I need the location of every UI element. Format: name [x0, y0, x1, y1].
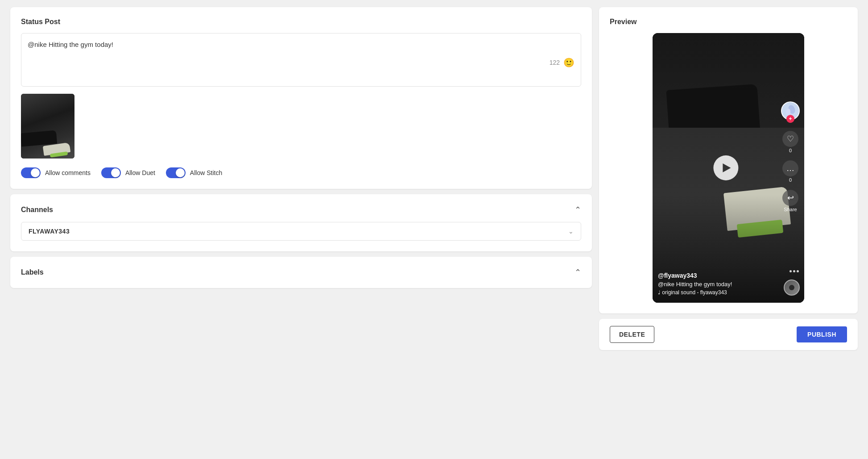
channels-header: Channels ⌃	[21, 205, 581, 215]
toggle-group-stitch: Allow Stitch	[166, 167, 222, 178]
channels-chevron-up-icon[interactable]: ⌃	[575, 205, 581, 215]
tiktok-actions: + ♡ 0 … 0	[781, 101, 800, 212]
toggle-group-duet: Allow Duet	[101, 167, 155, 178]
status-post-title: Status Post	[21, 18, 581, 26]
channels-title: Channels	[21, 206, 53, 214]
post-text-area[interactable]: @nike Hitting the gym today! 122 🙂	[21, 33, 581, 87]
toggle-thumb-stitch	[176, 168, 185, 177]
allow-duet-label: Allow Duet	[125, 169, 155, 176]
tiktok-like-action[interactable]: ♡ 0	[782, 131, 798, 153]
tiktok-background: + ♡ 0 … 0	[653, 33, 804, 303]
delete-button[interactable]: DELETE	[610, 326, 654, 343]
play-icon	[723, 163, 731, 172]
tiktok-follow-plus-icon[interactable]: +	[786, 115, 794, 123]
play-button[interactable]	[713, 155, 738, 180]
char-count: 122	[550, 59, 560, 66]
labels-chevron-up-icon[interactable]: ⌃	[575, 267, 581, 277]
shoe-dark	[21, 130, 57, 147]
tiktok-preview: + ♡ 0 … 0	[653, 33, 804, 303]
tiktok-sound: ♩ original sound - flyaway343	[658, 289, 777, 296]
actions-card: DELETE PUBLISH	[599, 319, 858, 350]
allow-comments-toggle[interactable]	[21, 167, 41, 178]
preview-title: Preview	[610, 18, 847, 26]
tiktok-comment-icon: …	[782, 160, 798, 176]
labels-header: Labels ⌃	[21, 267, 581, 277]
tiktok-avatar-container: +	[781, 101, 800, 120]
tiktok-comment-action[interactable]: … 0	[782, 160, 798, 183]
allow-stitch-toggle[interactable]	[166, 167, 186, 178]
tiktok-username: @flyaway343	[658, 272, 777, 279]
left-panel: Status Post @nike Hitting the gym today!…	[10, 7, 592, 350]
allow-duet-toggle[interactable]	[101, 167, 121, 178]
tiktok-bottom-info: @flyaway343 @nike Hitting the gym today!…	[658, 272, 777, 296]
post-text-content: @nike Hitting the gym today!	[28, 40, 575, 50]
video-thumbnail	[21, 94, 74, 159]
tiktok-share-label: Share	[784, 207, 797, 212]
tiktok-comment-count: 0	[789, 177, 792, 183]
channel-select-dropdown[interactable]: FLYAWAY343 ⌄	[21, 222, 581, 241]
channels-card: Channels ⌃ FLYAWAY343 ⌄	[10, 194, 592, 251]
publish-button[interactable]: PUBLISH	[797, 326, 847, 342]
allow-stitch-label: Allow Stitch	[190, 169, 222, 176]
toggles-row: Allow comments Allow Duet	[21, 167, 581, 178]
channel-chevron-down-icon: ⌄	[568, 228, 574, 235]
toggle-thumb-comments	[31, 168, 40, 177]
tiktok-dot-2	[793, 270, 795, 272]
tiktok-disc-inner	[789, 285, 794, 290]
labels-card: Labels ⌃	[10, 257, 592, 288]
tiktok-share-action[interactable]: ↩ Share	[782, 190, 798, 212]
tiktok-dot-1	[789, 270, 792, 272]
tiktok-sound-text: ♩ original sound - flyaway343	[658, 289, 727, 296]
toggle-group-comments: Allow comments	[21, 167, 91, 178]
tiktok-caption: @nike Hitting the gym today!	[658, 281, 777, 288]
tiktok-like-count: 0	[789, 148, 792, 153]
tiktok-more-dots[interactable]	[789, 270, 799, 272]
allow-comments-label: Allow comments	[45, 169, 91, 176]
tiktok-dot-3	[797, 270, 799, 272]
preview-card: Preview	[599, 7, 858, 313]
right-panel: Preview	[599, 7, 858, 350]
tiktok-like-icon: ♡	[782, 131, 798, 147]
tiktok-share-icon: ↩	[782, 190, 798, 206]
emoji-icon[interactable]: 🙂	[563, 57, 575, 68]
labels-title: Labels	[21, 268, 44, 276]
toggle-thumb-duet	[111, 168, 120, 177]
status-post-card: Status Post @nike Hitting the gym today!…	[10, 7, 592, 189]
channel-name: FLYAWAY343	[29, 228, 70, 235]
